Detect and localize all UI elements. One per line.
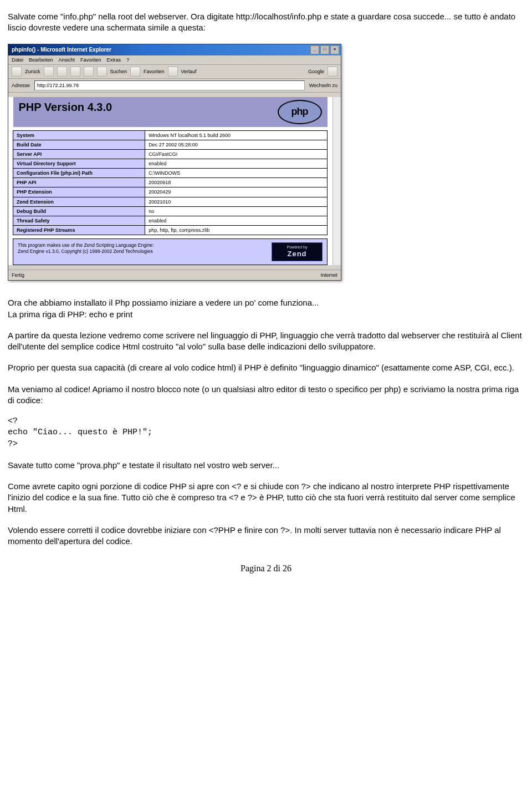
window-buttons: _ □ × [310,45,339,54]
status-bar: Fertig Internet [8,270,341,280]
table-row: SystemWindows NT localhost 5.1 build 260… [13,130,328,140]
minimize-icon[interactable]: _ [310,45,319,54]
address-bar: Adresse Wechseln zu [8,79,341,93]
paragraph: Ma veniamo al codice! Apriamo il nostro … [8,384,524,407]
code-line: <? [8,417,18,426]
google-toolbar-icon[interactable] [328,67,337,77]
address-label: Adresse [12,82,30,89]
forward-icon[interactable] [44,67,54,77]
history-label: Verlauf [181,68,197,75]
window-title: phpinfo() - Microsoft Internet Explorer [12,46,111,54]
page-footer: Pagina 2 di 26 [8,562,524,575]
phpinfo-screenshot: phpinfo() - Microsoft Internet Explorer … [8,44,341,281]
paragraph: Ora che abbiamo installato il Php possia… [8,297,524,308]
window-titlebar: phpinfo() - Microsoft Internet Explorer … [8,44,341,55]
paragraph: Proprio per questa sua capacità (di crea… [8,362,524,373]
toolbar: Zurück Suchen Favoriten Verlauf Google [8,65,341,79]
paragraph: Come avrete capito ogni porzione di codi… [8,481,524,515]
table-row: Configuration File (php.ini) PathC:\WIND… [13,169,328,178]
google-toolbar-label: Google [308,68,324,75]
menu-item-file[interactable]: Datei [12,57,23,63]
paragraph: Savate tutto come "prova.php" e testate … [8,460,524,471]
favorites-icon[interactable] [130,67,140,77]
code-line: ?> [8,439,18,449]
table-row: PHP API20020918 [13,178,328,187]
browser-viewport: PHP Version 4.3.0 php SystemWindows NT l… [8,97,341,266]
paragraph: Volendo essere corretti il codice dovreb… [8,525,524,547]
table-row: Debug Buildno [13,206,328,216]
menu-item-view[interactable]: Ansicht [59,57,75,63]
close-icon[interactable]: × [330,45,339,54]
menu-item-extras[interactable]: Extras [107,57,121,63]
zend-logo-icon: Powered by Zend [272,242,323,261]
table-row: PHP Extension20020429 [13,187,328,197]
status-left: Fertig [12,272,24,278]
paragraph: A partire da questa lezione vedremo come… [8,330,524,353]
menu-bar: Datei Bearbeiten Ansicht Favoriten Extra… [8,55,341,65]
menu-item-favorites[interactable]: Favoriten [80,57,101,63]
phpinfo-table: PHP Version 4.3.0 php SystemWindows NT l… [13,97,328,266]
code-line: echo "Ciao... questo è PHP!"; [8,428,152,437]
code-block: <? echo "Ciao... questo è PHP!"; ?> [8,416,524,450]
table-row: Build DateDec 27 2002 05:28:00 [13,140,328,149]
table-row: Thread Safetyenabled [13,216,328,225]
table-row: Virtual Directory Supportenabled [13,159,328,169]
search-icon[interactable] [97,67,107,77]
menu-item-edit[interactable]: Bearbeiten [29,57,53,63]
phpinfo-version: PHP Version 4.3.0 [19,101,112,113]
php-logo-icon: php [278,100,322,124]
section-heading: La prima riga di PHP: echo e print [8,309,524,320]
zend-credits-row: Powered by Zend This program makes use o… [13,239,328,265]
address-input[interactable] [34,80,305,90]
scrollbar[interactable] [332,97,341,266]
phpinfo-version-cell: PHP Version 4.3.0 php [13,97,328,127]
favorites-label: Favoriten [144,68,165,75]
refresh-icon[interactable] [70,67,80,77]
paragraph-intro: Salvate come "info.php" nella root del w… [8,11,524,34]
stop-icon[interactable] [57,67,67,77]
status-right: Internet [320,272,337,278]
table-row: Server APICGI/FastCGI [13,149,328,159]
home-icon[interactable] [84,67,94,77]
table-row: Registered PHP Streamsphp, http, ftp, co… [13,226,328,235]
table-row: Zend Extension20021010 [13,197,328,206]
zend-line2: Zend Engine v1.3.0, Copyright (c) 1998-2… [18,248,153,254]
search-label: Suchen [110,68,127,75]
menu-item-help[interactable]: ? [126,57,129,63]
zend-line1: This program makes use of the Zend Scrip… [18,242,154,248]
back-label: Zurück [25,68,40,75]
maximize-icon[interactable]: □ [320,45,329,54]
back-icon[interactable] [12,67,22,77]
history-icon[interactable] [168,67,178,77]
go-button[interactable]: Wechseln zu [309,82,337,89]
